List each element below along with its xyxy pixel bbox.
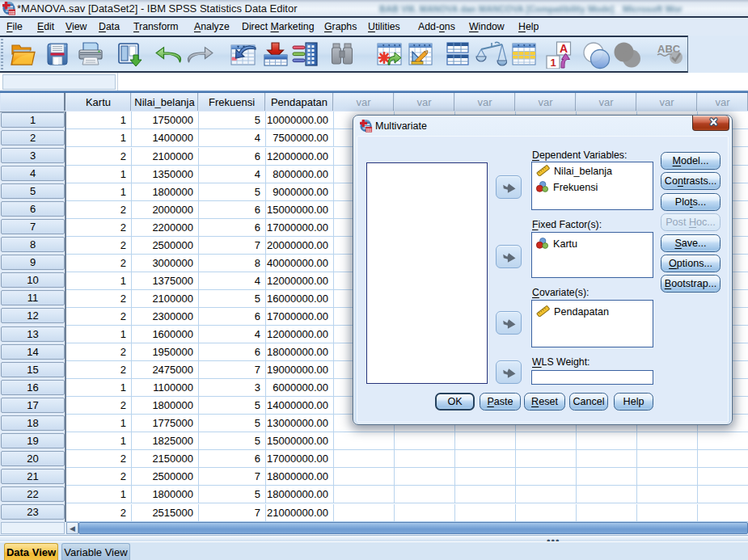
svg-text:1: 1 — [550, 57, 556, 69]
svg-text:A: A — [560, 42, 568, 55]
